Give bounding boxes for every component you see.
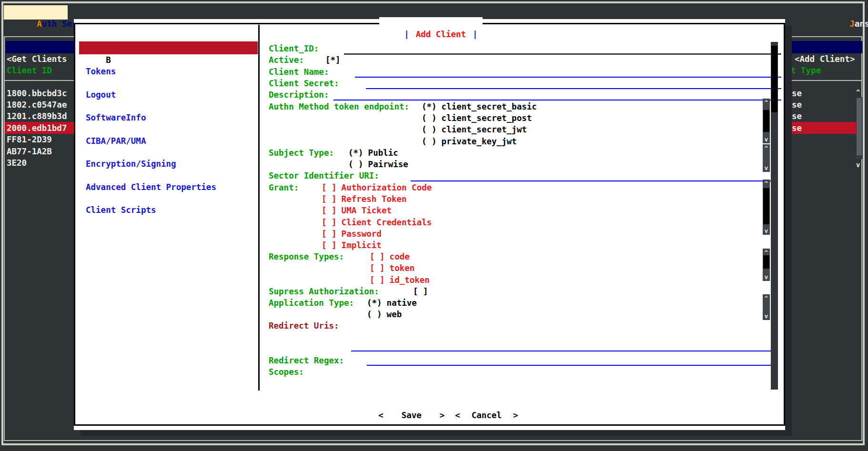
checkbox-token[interactable]: [ ]token <box>370 262 414 274</box>
scroll-down-icon[interactable]: v <box>763 136 770 143</box>
scroll-up-icon[interactable]: ^ <box>763 99 770 106</box>
description-input[interactable] <box>333 100 781 100</box>
redirect-regex-label: Redirect Regex: <box>269 355 344 366</box>
dialog-title: |Add Client| <box>379 17 483 51</box>
scrollbar-thumb[interactable] <box>763 255 769 269</box>
radio-web[interactable]: ( )web <box>367 309 402 320</box>
radio-native[interactable]: (*)native <box>367 297 417 309</box>
cursor: B <box>106 55 111 65</box>
scroll-down-icon[interactable]: v <box>763 312 770 320</box>
checkbox-refresh-token[interactable]: [ ]Refresh Token <box>322 193 407 205</box>
checkbox-password[interactable]: [ ]Password <box>322 228 382 240</box>
table-row[interactable]: 1201.c889b3d <box>7 110 67 122</box>
table-row[interactable]: 3E20 <box>7 157 27 169</box>
add-client-button[interactable]: <Add Client> <box>795 53 855 65</box>
table-cell[interactable]: se <box>792 110 802 122</box>
authn-scrollbar[interactable]: ^ v <box>763 99 770 143</box>
checkbox-client-credentials[interactable]: [ ]Client Credentials <box>322 217 432 228</box>
radio-client-secret-jwt[interactable]: ( )client_secret_jwt <box>422 124 527 135</box>
checkbox-implicit[interactable]: [ ]Implicit <box>322 240 382 251</box>
menu-hotkey: A <box>37 19 42 29</box>
menu-item-jans-cli[interactable]: Jans Cli <box>819 7 868 30</box>
response-types-label: Response Types: <box>269 251 344 262</box>
button-bracket: > <box>513 411 518 420</box>
table-row[interactable]: 1802.c0547ae <box>7 99 67 110</box>
client-id-column-header: Client ID <box>7 65 52 76</box>
checkbox-uma-ticket[interactable]: [ ]UMA Ticket <box>322 205 392 216</box>
scroll-up-icon[interactable]: ^ <box>763 180 770 187</box>
radio-pairwise[interactable]: ( )Pairwise <box>348 159 408 170</box>
sidebar-item-softwareinfo[interactable]: SoftwareInfo <box>86 112 146 123</box>
scroll-up-icon[interactable]: ^ <box>763 295 770 302</box>
radio-mark: (*) <box>367 298 382 308</box>
radio-client-secret-post[interactable]: ( )client_secret_post <box>422 112 532 124</box>
dialog-separator <box>258 25 260 391</box>
checkbox-mark: [ ] <box>322 229 337 239</box>
checkbox-mark: [ ] <box>322 206 337 215</box>
redirect-uris-label: Redirect Uris: <box>269 320 339 331</box>
active-label: Active: <box>269 54 304 66</box>
scroll-down-icon[interactable]: v <box>856 159 860 170</box>
table-cell[interactable]: se <box>792 88 802 99</box>
sidebar-item-basic[interactable]: Basic <box>86 43 131 66</box>
radio-mark: ( ) <box>367 310 382 319</box>
sidebar-item-logout[interactable]: Logout <box>86 89 116 100</box>
table-cell-selected[interactable]: se <box>792 122 802 134</box>
table-cell[interactable]: se <box>792 99 802 110</box>
scrollbar-thumb[interactable] <box>763 188 769 224</box>
radio-mark: ( ) <box>422 137 437 146</box>
form-scrollbar-thumb[interactable] <box>771 46 777 112</box>
checkbox-code[interactable]: [ ]code <box>370 251 410 262</box>
scrollbar-thumb[interactable] <box>763 110 769 132</box>
scroll-up-icon[interactable]: ^ <box>856 87 860 98</box>
sidebar-item-tokens[interactable]: Tokens <box>86 66 116 77</box>
scroll-down-icon[interactable]: v <box>763 164 770 171</box>
save-button[interactable]: <Save> <box>358 398 444 432</box>
client-type-column-header: t Type <box>791 65 821 76</box>
sector-identifier-uri-input[interactable] <box>411 180 777 181</box>
sidebar-item-ciba-par-uma[interactable]: CIBA/PAR/UMA <box>86 135 146 147</box>
checkbox-mark: [ ] <box>370 263 385 273</box>
cancel-button[interactable]: <Cancel> <box>435 398 518 432</box>
button-bracket: < <box>455 411 460 420</box>
table-scrollbar-thumb[interactable] <box>857 98 862 155</box>
table-row[interactable]: AB77-1A2B <box>7 146 52 157</box>
left-navy-bar <box>6 41 75 53</box>
client-name-input[interactable] <box>355 77 781 78</box>
sidebar-item-client-scripts[interactable]: Client Scripts <box>86 204 156 216</box>
scroll-down-icon[interactable]: v <box>763 227 770 234</box>
subject-type-scrollbar[interactable]: ^ v <box>763 144 770 172</box>
radio-public[interactable]: (*)Public <box>348 147 398 159</box>
scopes-label: Scopes: <box>269 366 304 378</box>
checkbox-mark: [ ] <box>322 183 337 192</box>
radio-client-secret-basic[interactable]: (*)client_secret_basic <box>422 101 537 112</box>
title-pipe: | <box>473 30 478 39</box>
application-type-scrollbar[interactable]: ^ v <box>763 294 770 320</box>
checkbox-mark: [ ] <box>370 252 385 261</box>
scroll-up-icon[interactable]: ^ <box>763 145 770 152</box>
table-row[interactable]: FF81-2D39 <box>7 134 52 145</box>
grant-scrollbar[interactable]: ^ v <box>763 180 770 235</box>
redirect-uris-input[interactable] <box>351 351 777 351</box>
sidebar-item-encryption-signing[interactable]: Encryption/Signing <box>86 158 176 170</box>
get-clients-button[interactable]: <Get Clients <box>7 53 67 65</box>
checkbox-authorization-code[interactable]: [ ]Authorization Code <box>322 182 432 193</box>
right-panel-divider <box>791 80 862 81</box>
client-id-input[interactable] <box>344 53 781 55</box>
checkbox-mark: [ ] <box>370 275 385 285</box>
client-secret-input[interactable] <box>366 88 781 89</box>
table-row-selected[interactable]: 2000.edb1bd7 <box>7 122 67 134</box>
client-secret-label: Client Secret: <box>269 78 339 89</box>
supress-authorization-label: Supress Authorization: <box>269 286 379 297</box>
form-scrollbar[interactable] <box>771 42 778 390</box>
table-row[interactable]: 1800.bbcbd3c <box>7 88 67 99</box>
redirect-regex-input[interactable] <box>367 365 777 366</box>
response-types-scrollbar[interactable]: ^ v <box>763 249 770 281</box>
supress-authorization-checkbox[interactable]: [ ] <box>413 286 428 297</box>
scroll-down-icon[interactable]: v <box>763 273 770 281</box>
sidebar-item-advanced-client-properties[interactable]: Advanced Client Properties <box>86 181 216 193</box>
radio-private-key-jwt[interactable]: ( )private_key_jwt <box>422 136 517 147</box>
checkbox-id-token[interactable]: [ ]id_token <box>370 274 430 286</box>
table-scrollbar[interactable] <box>856 97 862 159</box>
active-checkbox[interactable]: [*] <box>325 54 341 66</box>
